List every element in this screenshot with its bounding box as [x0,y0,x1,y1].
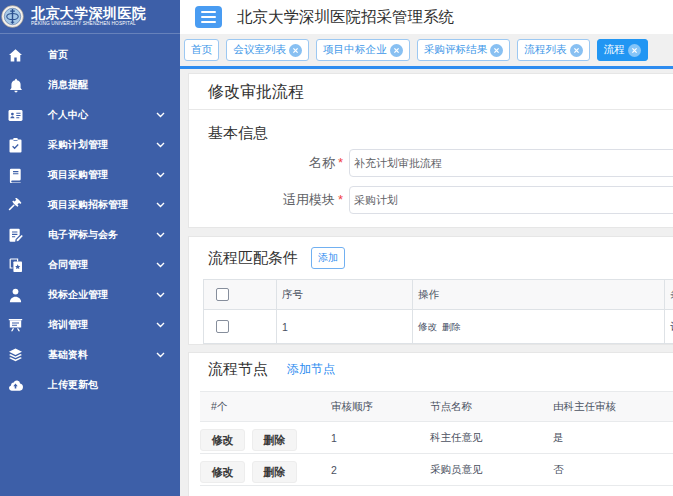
column-header-seq: 序号 [277,280,413,310]
copy-icon [8,258,23,273]
add-node-link[interactable]: 添加节点 [287,361,335,378]
column-header-dept-review: 由科主任审核 [542,392,673,422]
tab-process[interactable]: 流程 [597,39,648,61]
chevron-down-icon [156,112,165,118]
module-field-input[interactable] [349,186,673,214]
sidebar-item-label: 个人中心 [48,108,88,122]
hospital-name-cn: 北京大学深圳医院 [31,6,206,21]
sidebar: 北京大学深圳医院 PEKING UNIVERSITY SHENZHEN HOSP… [0,0,180,496]
name-field-input[interactable] [349,149,673,177]
column-header-condition: 条件名称 [665,280,673,310]
sidebar-item-messages[interactable]: 消息提醒 [0,70,180,100]
cell-operation: 修改删除 [200,422,320,454]
sidebar-item-basic-data[interactable]: 基础资料 [0,340,180,370]
table-row: 1 修改删除 计划类型 [204,310,673,344]
column-header-node-name: 节点名称 [419,392,542,422]
presentation-icon [8,318,23,333]
table-header-row: 序号 操作 条件名称 [204,280,673,310]
close-icon[interactable] [289,44,302,57]
sidebar-item-procurement-plan[interactable]: 采购计划管理 [0,130,180,160]
cloud-upload-icon [8,378,23,393]
row-checkbox[interactable] [216,320,229,333]
cell-seq: 1 [277,310,413,344]
tab-label: 项目中标企业 [323,43,387,57]
sidebar-item-bidding-management[interactable]: 项目采购招标管理 [0,190,180,220]
sidebar-item-label: 首页 [48,48,68,62]
chevron-down-icon [156,262,165,268]
cell-order: 1 [320,422,419,454]
hospital-badge-icon [1,5,24,28]
chevron-down-icon [156,142,165,148]
add-condition-button[interactable]: 添加 [311,247,345,269]
tab-process-list[interactable]: 流程列表 [517,39,589,61]
required-asterisk: * [338,192,343,207]
form-row-module: 适用模块* [208,186,673,214]
cell-dept-review: 是 [542,422,673,454]
match-conditions-panel: 流程匹配条件 添加 序号 操作 条件名称 1 [188,236,673,345]
sidebar-item-contract-management[interactable]: 合同管理 [0,250,180,280]
book-icon [8,168,23,183]
tab-meeting-room-list[interactable]: 会议室列表 [226,39,309,61]
app-window: 北京大学深圳医院 PEKING UNIVERSITY SHENZHEN HOSP… [0,0,673,496]
sidebar-item-personal-center[interactable]: 个人中心 [0,100,180,130]
cell-operation: 修改删除 [413,310,665,344]
sidebar-item-home[interactable]: 首页 [0,40,180,70]
delete-button[interactable]: 删除 [252,461,297,483]
tab-home[interactable]: 首页 [184,39,219,61]
cell-node-name: 采购员意见 [419,454,542,486]
tab-label: 流程 [604,43,625,57]
flow-nodes-title: 流程节点 [208,360,268,379]
sidebar-item-label: 投标企业管理 [48,288,108,302]
bell-icon [8,78,23,93]
match-conditions-title: 流程匹配条件 [208,249,298,268]
chevron-down-icon [156,232,165,238]
cell-condition: 计划类型 [665,310,673,344]
sidebar-item-label: 电子评标与会务 [48,228,118,242]
cell-dept-review: 否 [542,454,673,486]
required-asterisk: * [338,155,343,170]
close-icon[interactable] [390,44,403,57]
close-icon[interactable] [628,44,641,57]
delete-button[interactable]: 删除 [252,429,297,451]
cell-order: 2 [320,454,419,486]
sidebar-item-bidder-management[interactable]: 投标企业管理 [0,280,180,310]
hospital-name: 北京大学深圳医院 PEKING UNIVERSITY SHENZHEN HOSP… [31,6,206,27]
clipboard-check-icon [8,138,23,153]
name-field-label: 名称* [208,154,343,172]
select-all-checkbox[interactable] [216,288,229,301]
chevron-down-icon [156,292,165,298]
sidebar-item-training-management[interactable]: 培训管理 [0,310,180,340]
edit-button[interactable]: 修改 [200,429,245,451]
close-icon[interactable] [570,44,583,57]
form-row-name: 名称* [208,149,673,177]
sidebar-item-upload-package[interactable]: 上传更新包 [0,370,180,400]
sidebar-item-label: 项目采购招标管理 [48,198,128,212]
hospital-logo: 北京大学深圳医院 PEKING UNIVERSITY SHENZHEN HOSP… [0,0,180,34]
flow-nodes-panel: 流程节点 添加节点 #个 审核顺序 节点名称 由科主任审核 修改删除 1 [188,352,673,496]
sidebar-item-label: 上传更新包 [48,378,98,392]
delete-link[interactable]: 删除 [442,321,461,332]
tabbar: 首页 会议室列表 项目中标企业 采购评标结果 流程列表 流程 [180,34,673,69]
layers-icon [8,348,23,363]
table-row: 修改删除 1 科主任意见 是 [200,422,673,454]
sidebar-item-project-procurement[interactable]: 项目采购管理 [0,160,180,190]
sidebar-item-label: 基础资料 [48,348,88,362]
basic-info-section: 基本信息 名称* 适用模块* [208,124,673,214]
column-header-operation: 操作 [413,280,665,310]
close-icon[interactable] [490,44,503,57]
sidebar-item-label: 消息提醒 [48,78,88,92]
tab-evaluation-results[interactable]: 采购评标结果 [417,39,511,61]
chevron-down-icon [156,352,165,358]
sidebar-item-label: 合同管理 [48,258,88,272]
edit-button[interactable]: 修改 [200,461,245,483]
home-icon [8,48,23,63]
sidebar-item-e-evaluation[interactable]: 电子评标与会务 [0,220,180,250]
flow-nodes-table: #个 审核顺序 节点名称 由科主任审核 修改删除 1 科主任意见 是 修改删除 [200,391,673,486]
sidebar-item-label: 采购计划管理 [48,138,108,152]
edit-link[interactable]: 修改 [418,321,437,332]
system-title: 北京大学深圳医院招采管理系统 [237,0,454,33]
id-card-icon [8,108,23,123]
page-title: 修改审批流程 [189,74,673,110]
tab-winning-bidders[interactable]: 项目中标企业 [316,39,410,61]
basic-info-panel: 修改审批流程 基本信息 名称* 适用模块* [188,73,673,228]
